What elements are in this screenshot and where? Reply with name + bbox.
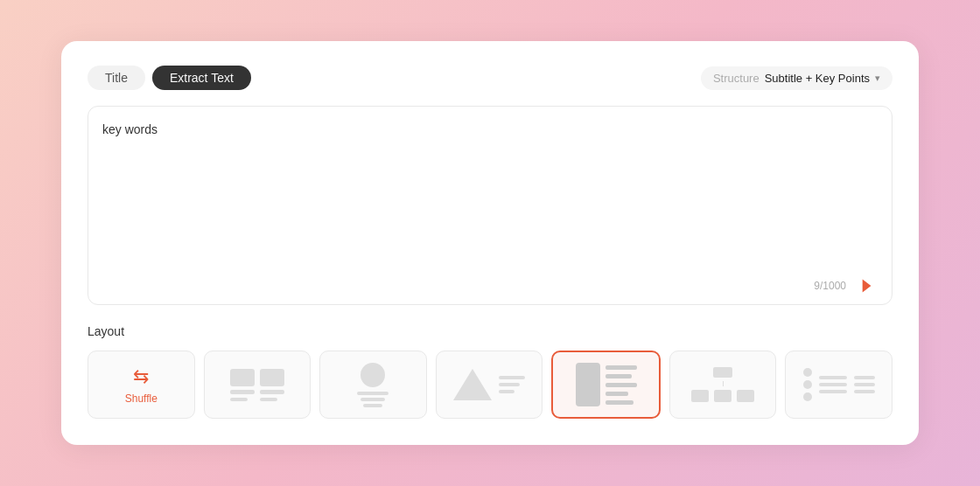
- center-icon: [357, 363, 388, 407]
- layout-card-shuffle[interactable]: ⇆ Shuffle: [88, 351, 195, 419]
- structure-selector[interactable]: Structure Subtitle + Key Points ▾: [701, 66, 892, 90]
- structure-label: Structure: [713, 72, 760, 85]
- layout-section: Layout ⇆ Shuffle: [88, 324, 892, 419]
- svg-marker-0: [453, 369, 492, 400]
- pyramid-shape-icon: [453, 365, 492, 404]
- org-icon: [691, 367, 754, 402]
- layout-card-pyramid[interactable]: [436, 351, 543, 419]
- textarea-wrapper: key words 9/1000: [88, 106, 892, 305]
- layout-grid: ⇆ Shuffle: [88, 351, 892, 419]
- layout-card-center[interactable]: [319, 351, 427, 419]
- layout-card-timeline[interactable]: [785, 351, 892, 419]
- tab-extract-text[interactable]: Extract Text: [152, 66, 251, 90]
- structure-value: Subtitle + Key Points: [765, 72, 870, 85]
- shuffle-label: Shuffle: [125, 392, 158, 405]
- tab-title[interactable]: Title: [88, 66, 145, 90]
- textarea-footer: 9/1000: [102, 271, 878, 297]
- layout-card-img-text[interactable]: [551, 351, 661, 419]
- keyword-textarea[interactable]: key words: [102, 121, 878, 267]
- pyramid-icon: [453, 365, 525, 404]
- shuffle-wrapper: ⇆ Shuffle: [125, 365, 158, 405]
- layout-card-org[interactable]: [669, 351, 777, 419]
- imgtext-icon: [576, 363, 637, 406]
- main-card: Title Extract Text Structure Subtitle + …: [61, 41, 919, 445]
- timeline-icon: [803, 368, 875, 401]
- two-col-icon: [230, 369, 284, 401]
- shuffle-icon: ⇆: [133, 365, 149, 388]
- tab-group: Title Extract Text: [88, 66, 251, 90]
- layout-card-two-col[interactable]: [204, 351, 312, 419]
- send-arrow-icon: [855, 274, 878, 297]
- layout-label: Layout: [88, 324, 892, 338]
- char-count: 9/1000: [814, 280, 846, 292]
- header: Title Extract Text Structure Subtitle + …: [88, 66, 892, 90]
- chevron-down-icon: ▾: [875, 73, 880, 84]
- send-button[interactable]: [855, 274, 878, 297]
